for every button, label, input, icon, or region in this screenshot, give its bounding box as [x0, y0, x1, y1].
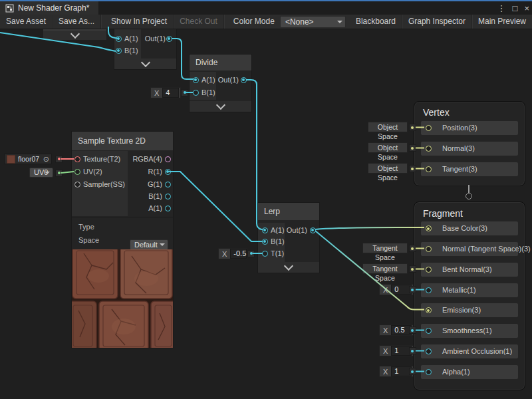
title-bar: New Shader Graph* ⋮ □ × — [0, 1, 532, 15]
space-pill[interactable]: Object Space — [368, 163, 408, 174]
color-mode-value: <None> — [285, 17, 314, 27]
port-label: A(1) — [201, 76, 215, 84]
input-port-sampler[interactable] — [74, 182, 80, 188]
node-collapse-bar[interactable] — [258, 262, 319, 273]
uv-channel-dropdown[interactable]: UV0 — [29, 168, 53, 178]
input-port-uv[interactable] — [74, 169, 80, 175]
chevron-down-icon — [160, 243, 165, 246]
fragment-base-color-row[interactable]: Base Color(3) — [421, 221, 518, 235]
input-port-ambient-occlusion[interactable] — [426, 348, 432, 354]
blackboard-toggle[interactable]: Blackboard — [350, 15, 402, 29]
tab-new-shader-graph[interactable]: New Shader Graph* — [0, 1, 98, 15]
port-label: Bent Normal(3) — [442, 266, 492, 273]
port-label: Out(1) — [283, 227, 307, 234]
texture-asset-name: floor07 — [18, 155, 39, 163]
space-pill[interactable]: Tangent Space — [362, 263, 408, 274]
x-label: X — [380, 347, 391, 355]
port-label: Smoothness(1) — [442, 327, 492, 334]
fragment-normal-row[interactable]: Normal (Tangent Space)(3) — [421, 242, 518, 256]
output-port-b[interactable] — [165, 194, 171, 200]
chevron-down-icon[interactable] — [284, 261, 293, 271]
type-label: Type — [78, 223, 94, 231]
close-icon[interactable]: × — [524, 3, 529, 13]
lerp-t-value-field[interactable]: X -0.5 — [218, 248, 247, 259]
node-collapse-bar[interactable] — [114, 59, 176, 69]
main-preview-toggle[interactable]: Main Preview — [472, 15, 532, 29]
input-port-tangent[interactable] — [426, 166, 432, 172]
input-port-normal-ts[interactable] — [426, 246, 432, 252]
fragment-ambient-occlusion-row[interactable]: Ambient Occlusion(1) — [421, 344, 518, 358]
graph-inspector-toggle[interactable]: Graph Inspector — [402, 15, 472, 29]
save-asset-button[interactable]: Save Asset — [0, 15, 53, 29]
output-port-r[interactable] — [165, 169, 171, 175]
collapsed-node-clipped[interactable] — [43, 29, 106, 40]
fragment-metallic-row[interactable]: Metallic(1) — [421, 283, 518, 297]
input-port-b[interactable] — [193, 90, 199, 96]
maximize-icon[interactable]: □ — [513, 3, 518, 13]
chevron-down-icon[interactable] — [215, 100, 225, 110]
input-port-b[interactable] — [116, 48, 122, 54]
node-collapse-bar[interactable] — [190, 101, 251, 112]
port-label: T(1) — [271, 250, 284, 257]
fragment-block[interactable]: Fragment Base Color(3) Normal (Tangent S… — [414, 201, 525, 390]
space-pill[interactable]: Tangent Space — [362, 243, 408, 253]
input-port-texture[interactable] — [74, 156, 80, 162]
port-label: A(1) — [271, 227, 285, 234]
output-port-out[interactable] — [310, 227, 316, 233]
divide-node[interactable]: Divide A(1) B(1) Out(1) — [190, 55, 251, 112]
inline-port-dot — [55, 170, 63, 177]
output-port-out[interactable] — [241, 77, 247, 83]
type-dropdown[interactable]: Default — [130, 239, 168, 250]
input-port-t[interactable] — [262, 251, 268, 257]
input-port-alpha[interactable] — [426, 369, 432, 375]
color-mode-dropdown[interactable]: <None> — [280, 16, 346, 28]
x-value[interactable]: -0.5 — [230, 249, 247, 259]
object-picker-icon[interactable]: ⊙ — [43, 155, 49, 164]
inline-port-dot — [181, 89, 188, 96]
output-port-g[interactable] — [165, 182, 171, 188]
output-port-out[interactable] — [166, 36, 172, 42]
node-title: Lerp — [258, 203, 319, 220]
menu-icon[interactable]: ⋮ — [497, 3, 506, 13]
input-port-emission[interactable] — [426, 307, 432, 313]
math-node-clipped[interactable]: A(1) B(1) Out(1) — [114, 29, 176, 69]
vertex-block[interactable]: Vertex Position(3) Normal(3) Tangent(3) — [414, 101, 525, 186]
input-port-b[interactable] — [262, 239, 268, 245]
fragment-bent-normal-row[interactable]: Bent Normal(3) — [421, 263, 518, 277]
save-as-button[interactable]: Save As... — [53, 15, 101, 29]
port-label: B(1) — [271, 238, 285, 245]
fragment-emission-row[interactable]: Emission(3) — [421, 303, 518, 317]
space-pill[interactable]: Object Space — [368, 142, 408, 153]
space-label: Space — [78, 237, 99, 244]
input-port-normal[interactable] — [426, 146, 432, 152]
space-pill[interactable]: Object Space — [368, 122, 408, 132]
input-port-position[interactable] — [426, 125, 432, 131]
show-in-project-button[interactable]: Show In Project — [105, 15, 174, 29]
output-port-rgba[interactable] — [165, 156, 171, 162]
input-port-smoothness[interactable] — [426, 328, 432, 334]
chevron-down-icon[interactable] — [140, 58, 150, 67]
port-label: A(1) — [125, 205, 162, 212]
input-port-base-color[interactable] — [426, 225, 432, 231]
fragment-alpha-row[interactable]: Alpha(1) — [421, 365, 518, 379]
input-port-a[interactable] — [193, 77, 199, 83]
sample-texture-2d-node[interactable]: Sample Texture 2D Texture(T2) UV(2) Samp… — [72, 132, 173, 348]
texture-asset-field[interactable]: floor07 ⊙ — [4, 154, 52, 164]
x-value[interactable]: 4 — [162, 88, 179, 98]
port-label: Out(1) — [215, 76, 239, 84]
x-label: X — [380, 368, 391, 376]
chevron-down-icon[interactable] — [70, 29, 79, 39]
vertex-normal-row[interactable]: Normal(3) — [421, 142, 518, 156]
input-port-metallic[interactable] — [426, 287, 432, 293]
output-port-a[interactable] — [165, 205, 171, 211]
input-port-a[interactable] — [116, 36, 122, 42]
vertex-tangent-row[interactable]: Tangent(3) — [421, 162, 518, 176]
input-port-bent-normal[interactable] — [426, 267, 432, 273]
texture-thumbnail — [7, 155, 15, 164]
fragment-smoothness-row[interactable]: Smoothness(1) — [421, 324, 518, 338]
input-port-a[interactable] — [262, 227, 268, 233]
lerp-node[interactable]: Lerp A(1) B(1) T(1) Out(1) — [258, 203, 319, 273]
vertex-position-row[interactable]: Position(3) — [421, 121, 518, 135]
divide-b-value-field[interactable]: X 4 — [150, 87, 181, 98]
tab-title: New Shader Graph* — [18, 3, 89, 13]
